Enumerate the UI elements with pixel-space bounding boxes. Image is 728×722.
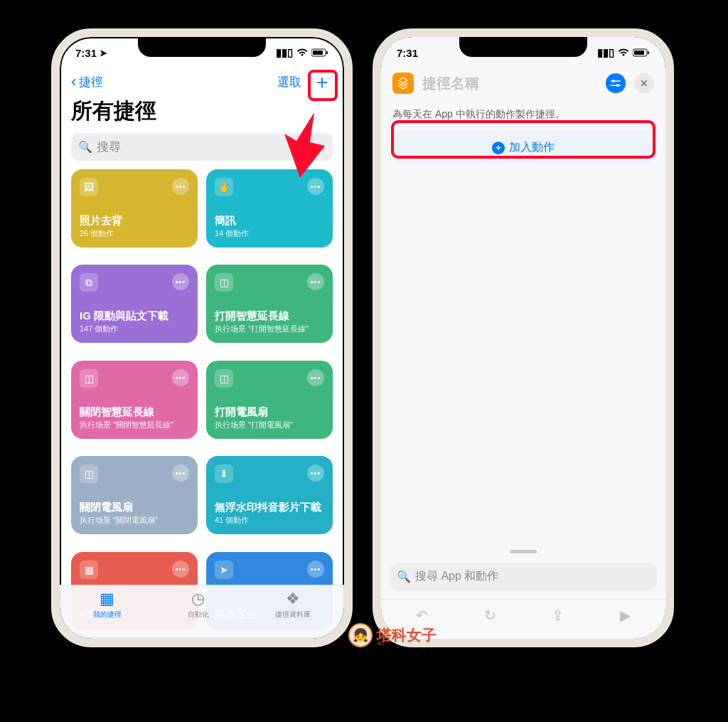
shortcuts-grid: 🖼 ••• 照片去背 26 個動作 ✋ ••• 簡訊 14 個動作 ⧉ ••• …	[60, 169, 344, 639]
tile-more-button[interactable]: •••	[172, 464, 189, 482]
signal-icon: ▮▮▯	[276, 46, 293, 59]
signal-icon: ▮▮▯	[597, 46, 614, 59]
tile-subtitle: 执行场景 "關閉電風扇"	[80, 515, 189, 526]
shortcut-tile[interactable]: ⧉ ••• IG 限動與貼文下載 147 個動作	[71, 265, 198, 343]
search-icon: 🔍	[397, 570, 411, 583]
tile-title: 關閉智慧延長線	[80, 405, 189, 418]
phone-frame-right: 7:31 ▮▮▯ 捷徑名稱 ✕ 為每天在 App 中執	[373, 28, 674, 647]
tile-icon: ◫	[215, 273, 233, 292]
location-icon: ➤	[100, 48, 107, 58]
screen-right: 7:31 ▮▮▯ 捷徑名稱 ✕ 為每天在 App 中執	[381, 37, 665, 639]
notch	[459, 37, 587, 57]
tile-title: 關閉電風扇	[80, 501, 189, 514]
watermark-avatar-icon: 👧	[348, 623, 373, 647]
tile-title: 簡訊	[215, 214, 324, 227]
close-button[interactable]: ✕	[634, 73, 654, 93]
tile-more-button[interactable]: •••	[172, 273, 189, 290]
shortcut-tile[interactable]: ◫ ••• 打開智慧延長線 执行场景 "打開智慧延長線"	[206, 265, 333, 343]
tile-icon: 🖼	[80, 178, 98, 196]
tile-icon: ◫	[80, 369, 98, 388]
tab-bar: ▦ 我的捷徑 ◷ 自動化 ❖ 捷徑資料庫	[60, 585, 344, 639]
play-button[interactable]: ▶	[620, 607, 631, 624]
nav-bar: ‹ 捷徑 選取 ＋	[60, 68, 344, 97]
tile-title: IG 限動與貼文下載	[80, 309, 189, 322]
tile-subtitle: 41 個動作	[215, 515, 324, 526]
tile-more-button[interactable]: •••	[307, 273, 324, 290]
tab-gallery[interactable]: ❖ 捷徑資料庫	[275, 590, 311, 639]
search-placeholder: 搜尋	[97, 139, 121, 155]
tile-subtitle: 执行场景 "關閉智慧延長線"	[80, 420, 189, 430]
tab-my-shortcuts[interactable]: ▦ 我的捷徑	[93, 590, 122, 639]
page-title: 所有捷徑	[60, 97, 344, 133]
stack-icon: ❖	[286, 590, 300, 608]
annotation-highlight-add-action	[391, 120, 655, 159]
shortcut-tile[interactable]: ✋ ••• 簡訊 14 個動作	[206, 169, 333, 248]
shortcut-tile[interactable]: ⬇ ••• 無浮水印抖音影片下載 41 個動作	[206, 456, 333, 534]
tab-automation[interactable]: ◷ 自動化	[188, 590, 209, 639]
svg-rect-4	[634, 51, 644, 55]
shortcut-tile[interactable]: 🖼 ••• 照片去背 26 個動作	[71, 169, 198, 248]
tile-icon: ◫	[80, 464, 98, 483]
action-search-input[interactable]: 🔍 搜尋 App 和動作	[390, 563, 657, 590]
notch	[138, 37, 266, 57]
tile-more-button[interactable]: •••	[172, 561, 189, 578]
shortcut-tile[interactable]: ◫ ••• 關閉電風扇 执行场景 "關閉電風扇"	[71, 456, 198, 534]
redo-button[interactable]: ↻	[484, 607, 496, 624]
settings-button[interactable]	[606, 73, 626, 93]
tile-more-button[interactable]: •••	[307, 178, 324, 195]
back-button[interactable]: ‹ 捷徑	[71, 73, 103, 91]
tile-subtitle: 147 個動作	[80, 324, 189, 334]
tile-more-button[interactable]: •••	[307, 464, 324, 482]
tile-more-button[interactable]: •••	[307, 369, 324, 386]
tile-icon: ⧉	[80, 273, 98, 292]
tile-subtitle: 执行场景 "打開電風扇"	[215, 420, 324, 430]
shortcut-tile[interactable]: ◫ ••• 關閉智慧延長線 执行场景 "關閉智慧延長線"	[71, 361, 198, 439]
tile-more-button[interactable]: •••	[172, 369, 189, 386]
search-input[interactable]: 🔍 搜尋	[71, 133, 333, 161]
clock-icon: ◷	[191, 590, 205, 608]
tile-icon: ⬇	[215, 464, 233, 483]
svg-rect-2	[326, 51, 328, 54]
tile-title: 打開電風扇	[215, 405, 324, 418]
battery-icon	[633, 47, 650, 59]
annotation-highlight-plus	[308, 70, 338, 101]
phone-frame-left: 7:31 ➤ ▮▮▯ ‹ 捷徑 選取 ＋	[51, 28, 353, 647]
watermark: 👧 塔科女子 3C	[348, 623, 437, 647]
helper-text: 為每天在 App 中執行的動作製作捷徑。	[392, 108, 654, 121]
grid-icon: ▦	[100, 590, 114, 608]
tile-icon: ◫	[215, 369, 233, 388]
tile-title: 打開智慧延長線	[215, 309, 324, 322]
svg-rect-5	[648, 51, 649, 54]
tab-label: 捷徑資料庫	[275, 610, 311, 620]
tile-subtitle: 26 個動作	[80, 228, 189, 239]
select-button[interactable]: 選取	[277, 74, 301, 90]
share-button[interactable]: ⇪	[552, 607, 564, 624]
tile-icon: ➤	[215, 561, 233, 579]
search-icon: 🔍	[78, 140, 92, 154]
undo-button[interactable]: ↶	[416, 607, 428, 624]
battery-icon	[311, 47, 328, 59]
status-time: 7:31	[397, 47, 418, 59]
watermark-text: 塔科女子	[377, 625, 437, 645]
search-placeholder: 搜尋 App 和動作	[415, 569, 498, 584]
editor-body: 為每天在 App 中執行的動作製作捷徑。 + 加入動作	[381, 101, 665, 639]
tile-more-button[interactable]: •••	[307, 561, 324, 578]
shortcut-tile[interactable]: ◫ ••• 打開電風扇 执行场景 "打開電風扇"	[206, 361, 333, 439]
watermark-sub: 3C	[377, 640, 384, 647]
wifi-icon	[296, 47, 308, 59]
tab-label: 我的捷徑	[93, 610, 122, 620]
shortcut-app-icon[interactable]	[392, 73, 414, 94]
tile-subtitle: 14 個動作	[215, 228, 324, 239]
status-time: 7:31	[75, 47, 97, 59]
screen-left: 7:31 ➤ ▮▮▯ ‹ 捷徑 選取 ＋	[60, 37, 344, 639]
tile-subtitle: 执行场景 "打開智慧延長線"	[215, 324, 324, 334]
tile-icon: ✋	[215, 178, 233, 196]
tile-more-button[interactable]: •••	[172, 178, 189, 195]
tile-title: 無浮水印抖音影片下載	[215, 501, 324, 514]
svg-rect-1	[313, 51, 323, 55]
shortcut-name-input[interactable]: 捷徑名稱	[422, 74, 597, 93]
editor-nav: 捷徑名稱 ✕	[381, 68, 665, 101]
sheet-grabber[interactable]	[510, 550, 537, 553]
chevron-left-icon: ‹	[71, 73, 76, 91]
tile-icon: ▦	[80, 561, 98, 579]
